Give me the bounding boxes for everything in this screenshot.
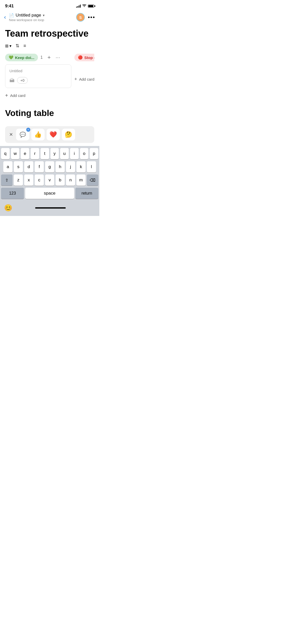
key-h[interactable]: h [56, 161, 65, 172]
card-title: Untitled [9, 69, 67, 73]
key-p[interactable]: p [90, 148, 98, 159]
nav-chevron-icon[interactable]: ▾ [43, 13, 45, 17]
reaction-thinking-button[interactable]: 🤔 [62, 129, 75, 140]
keep-count: 1 [40, 55, 43, 60]
key-e[interactable]: e [21, 148, 29, 159]
add-card-label: Add card [10, 93, 25, 98]
key-j[interactable]: j [66, 161, 75, 172]
key-t[interactable]: t [40, 148, 49, 159]
page-title: Team retrospective [5, 28, 94, 39]
key-r[interactable]: r [31, 148, 39, 159]
nav-right: S ••• [76, 13, 95, 22]
signal-icon [76, 5, 81, 8]
key-numbers[interactable]: 123 [1, 188, 24, 199]
columns-container: 💚 Keep doi... 1 + ⋯ Untitled 🏔 +0 + Add … [5, 54, 94, 100]
emoji-button[interactable]: 😊 [4, 204, 12, 212]
keep-add-card-button[interactable]: + Add card [5, 91, 71, 100]
card-footer: 🏔 +0 [9, 77, 67, 84]
keyboard-row-4: 123 space return [1, 188, 98, 199]
reaction-toolbar: ✕ 💬 + 👍 ❤️ 🤔 [5, 126, 94, 143]
content-area: Team retrospective ⊞ ▾ ⇅ ≡ 💚 Keep doi...… [0, 24, 99, 123]
reaction-thumbsup-button[interactable]: 👍 [31, 129, 45, 140]
key-z[interactable]: z [14, 174, 23, 186]
keep-menu-button[interactable]: ⋯ [56, 55, 60, 60]
back-button[interactable]: ‹ [4, 14, 6, 21]
home-indicator [35, 207, 66, 209]
keep-add-button[interactable]: + [45, 54, 53, 61]
table-view-chevron: ▾ [9, 43, 11, 48]
column-tag-keep[interactable]: 💚 Keep doi... [5, 54, 38, 61]
key-d[interactable]: d [24, 161, 33, 172]
stop-add-card-label: Add card [79, 77, 94, 81]
status-time: 9:41 [5, 4, 14, 9]
battery-icon [88, 5, 94, 8]
card-vote-badge[interactable]: +0 [17, 77, 28, 84]
sort-button[interactable]: ⇅ [16, 43, 19, 49]
reaction-toolbar-wrapper: ✕ 💬 + 👍 ❤️ 🤔 [0, 126, 99, 143]
card-untitled[interactable]: Untitled 🏔 +0 [5, 64, 71, 88]
wifi-icon [82, 4, 86, 8]
nav-subtitle: New workspace on loop [9, 18, 44, 22]
comment-badge: + [26, 128, 30, 132]
thumbsup-icon: 👍 [34, 131, 42, 138]
more-button[interactable]: ••• [88, 14, 95, 21]
key-a[interactable]: a [3, 161, 12, 172]
key-k[interactable]: k [76, 161, 86, 172]
keep-label: Keep doi... [15, 55, 34, 60]
column-header-stop: 🔴 Stop doin... [74, 54, 94, 61]
reaction-heart-button[interactable]: ❤️ [47, 129, 60, 140]
key-g[interactable]: g [45, 161, 54, 172]
key-shift[interactable]: ⇧ [1, 174, 12, 186]
key-n[interactable]: n [66, 174, 75, 186]
key-s[interactable]: s [14, 161, 23, 172]
keyboard-bottom: 😊 [0, 202, 99, 216]
table-view-icon: ⊞ [5, 43, 8, 48]
filter-button[interactable]: ≡ [23, 43, 26, 49]
comment-icon: 💬 [20, 131, 26, 138]
key-q[interactable]: q [1, 148, 10, 159]
stop-add-plus-icon: + [74, 77, 77, 82]
key-b[interactable]: b [56, 174, 65, 186]
nav-title-row: 📄 Untitled page ▾ [9, 13, 44, 18]
card-assign-icon[interactable]: 🏔 [9, 78, 15, 83]
table-view-button[interactable]: ⊞ ▾ [5, 43, 11, 48]
heart-icon: ❤️ [49, 131, 57, 138]
key-v[interactable]: v [45, 174, 54, 186]
keyboard: q w e r t y u i o p a s d f g h j k l ⇧ … [0, 146, 99, 202]
key-w[interactable]: w [11, 148, 20, 159]
thinking-icon: 🤔 [65, 131, 72, 138]
stop-emoji: 🔴 [78, 55, 83, 60]
stop-label: Stop doin... [84, 55, 94, 60]
key-o[interactable]: o [80, 148, 89, 159]
add-card-plus-icon: + [5, 93, 8, 98]
key-i[interactable]: i [70, 148, 79, 159]
keep-emoji: 💚 [9, 55, 13, 60]
nav-bar: ‹ 📄 Untitled page ▾ New workspace on loo… [0, 11, 99, 24]
key-space[interactable]: space [25, 188, 74, 199]
avatar[interactable]: S [76, 13, 85, 22]
status-bar: 9:41 [0, 0, 99, 11]
reaction-close-button[interactable]: ✕ [9, 132, 13, 137]
column-tag-stop[interactable]: 🔴 Stop doin... [74, 54, 94, 61]
column-keep-doing: 💚 Keep doi... 1 + ⋯ Untitled 🏔 +0 + Add … [5, 54, 71, 100]
key-l[interactable]: l [87, 161, 96, 172]
nav-page-title[interactable]: Untitled page [16, 13, 41, 18]
key-y[interactable]: y [50, 148, 59, 159]
nav-title-group: 📄 Untitled page ▾ New workspace on loop [9, 13, 44, 22]
keyboard-row-3: ⇧ z x c v b n m ⌫ [1, 174, 98, 186]
reaction-comment-button[interactable]: 💬 + [16, 129, 29, 140]
key-m[interactable]: m [76, 174, 86, 186]
key-c[interactable]: c [35, 174, 44, 186]
column-stop-doing: 🔴 Stop doin... + Add card [74, 54, 94, 100]
key-f[interactable]: f [35, 161, 44, 172]
status-icons [76, 4, 94, 8]
keyboard-row-1: q w e r t y u i o p [1, 148, 98, 159]
key-backspace[interactable]: ⌫ [87, 174, 98, 186]
table-controls: ⊞ ▾ ⇅ ≡ [5, 43, 94, 49]
key-u[interactable]: u [60, 148, 69, 159]
nav-left: ‹ 📄 Untitled page ▾ New workspace on loo… [4, 13, 76, 22]
key-return[interactable]: return [75, 188, 98, 199]
page-icon: 📄 [9, 13, 14, 18]
key-x[interactable]: x [24, 174, 33, 186]
stop-add-card-button[interactable]: + Add card [74, 75, 94, 84]
